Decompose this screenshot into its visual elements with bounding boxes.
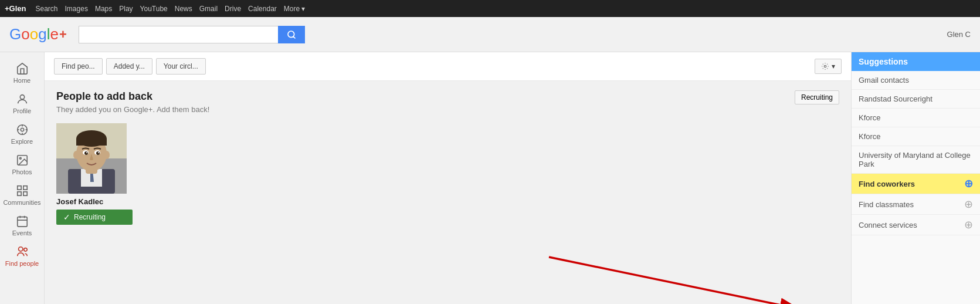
svg-point-0 bbox=[20, 95, 24, 99]
suggestion-randstad[interactable]: Randstad Sourceright bbox=[852, 90, 980, 109]
svg-rect-11 bbox=[17, 192, 21, 195]
person-avatar bbox=[56, 123, 127, 194]
sidebar-item-photos[interactable]: Photos bbox=[2, 148, 43, 178]
suggestions-header: Suggestions bbox=[852, 52, 980, 71]
sidebar-home-label: Home bbox=[13, 77, 30, 84]
header: Google+ Glen C bbox=[0, 17, 980, 52]
nav-search[interactable]: Search bbox=[36, 5, 58, 13]
connect-services-plus-icon: ⊕ bbox=[964, 219, 973, 230]
suggestion-university[interactable]: University of Maryland at College Park bbox=[852, 146, 980, 174]
svg-point-30 bbox=[73, 151, 79, 159]
search-input[interactable] bbox=[79, 26, 278, 43]
sidebar-photos-label: Photos bbox=[12, 168, 32, 175]
nav-news[interactable]: News bbox=[175, 5, 192, 13]
checkmark-icon: ✓ bbox=[63, 212, 70, 222]
suggestion-find-classmates-label: Find classmates bbox=[859, 200, 914, 209]
suggestion-kforce-2[interactable]: Kforce bbox=[852, 127, 980, 146]
find-people-icon bbox=[15, 245, 29, 259]
sidebar-item-events[interactable]: Events bbox=[2, 210, 43, 239]
svg-point-37 bbox=[98, 152, 99, 153]
suggestion-kforce-1[interactable]: Kforce bbox=[852, 109, 980, 127]
suggestion-gmail-contacts[interactable]: Gmail contacts bbox=[852, 71, 980, 90]
svg-point-17 bbox=[18, 247, 22, 251]
right-sidebar: Suggestions Gmail contacts Randstad Sour… bbox=[851, 52, 980, 304]
suggestion-randstad-label: Randstad Sourceright bbox=[859, 94, 932, 103]
home-icon bbox=[15, 62, 29, 76]
sidebar: Home Profile Explore Photos Communities bbox=[0, 52, 45, 304]
add-person-button[interactable]: ✓ Recruiting bbox=[56, 210, 133, 225]
search-icon bbox=[287, 30, 296, 39]
suggestion-find-classmates[interactable]: Find classmates ⊕ bbox=[852, 194, 980, 215]
gear-button[interactable]: ▾ bbox=[815, 59, 842, 74]
nav-play[interactable]: Play bbox=[119, 5, 133, 13]
sidebar-profile-label: Profile bbox=[13, 107, 31, 114]
sidebar-communities-label: Communities bbox=[3, 199, 40, 206]
nav-gmail[interactable]: Gmail bbox=[199, 5, 218, 13]
tab-added-you[interactable]: Added y... bbox=[106, 58, 152, 75]
nav-maps[interactable]: Maps bbox=[95, 5, 112, 13]
person-name: Josef Kadlec bbox=[56, 197, 133, 206]
add-button-label: Recruiting bbox=[74, 213, 106, 221]
explore-icon bbox=[15, 123, 29, 137]
svg-line-39 bbox=[549, 257, 798, 304]
svg-rect-9 bbox=[17, 186, 21, 190]
tab-find-people[interactable]: Find peo... bbox=[54, 58, 103, 75]
svg-point-36 bbox=[86, 152, 87, 153]
search-bar bbox=[79, 26, 372, 43]
header-user: Glen C bbox=[947, 30, 971, 39]
communities-icon bbox=[15, 184, 29, 198]
suggestion-find-coworkers[interactable]: Find coworkers ⊕ bbox=[852, 174, 980, 194]
person-card: Josef Kadlec ✓ Recruiting bbox=[56, 123, 133, 225]
sidebar-find-people-label: Find people bbox=[5, 260, 39, 267]
events-icon bbox=[15, 214, 29, 228]
suggestion-find-coworkers-label: Find coworkers bbox=[859, 180, 915, 188]
svg-point-2 bbox=[21, 128, 24, 131]
main-layout: Home Profile Explore Photos Communities bbox=[0, 52, 980, 304]
nav-drive[interactable]: Drive bbox=[225, 5, 241, 13]
tab-your-circles[interactable]: Your circl... bbox=[156, 58, 206, 75]
google-plus-logo[interactable]: Google+ bbox=[9, 25, 67, 43]
profile-icon bbox=[15, 92, 29, 106]
suggestion-kforce1-label: Kforce bbox=[859, 113, 881, 122]
sidebar-item-find-people[interactable]: Find people bbox=[2, 240, 43, 269]
add-back-subtitle: They added you on Google+. Add them back… bbox=[56, 105, 839, 114]
suggestion-kforce2-label: Kforce bbox=[859, 132, 881, 141]
nav-images[interactable]: Images bbox=[65, 5, 88, 13]
svg-point-18 bbox=[23, 248, 27, 252]
search-button[interactable] bbox=[278, 26, 305, 43]
add-back-title: People to add back bbox=[56, 90, 839, 103]
person-photo bbox=[56, 123, 127, 194]
sidebar-item-explore[interactable]: Explore bbox=[2, 118, 43, 147]
sidebar-events-label: Events bbox=[12, 229, 32, 237]
suggestion-connect-services[interactable]: Connect services ⊕ bbox=[852, 215, 980, 235]
photos-icon bbox=[15, 153, 29, 167]
svg-rect-10 bbox=[23, 186, 26, 190]
nav-calendar[interactable]: Calendar bbox=[248, 5, 277, 13]
main-content: Recruiting People to add back They added… bbox=[45, 81, 851, 304]
nav-youtube[interactable]: YouTube bbox=[140, 5, 168, 13]
find-coworkers-plus-icon: ⊕ bbox=[964, 178, 973, 189]
svg-rect-12 bbox=[23, 192, 26, 195]
svg-point-19 bbox=[824, 65, 826, 67]
suggestion-connect-services-label: Connect services bbox=[859, 221, 917, 229]
gear-icon bbox=[821, 62, 829, 70]
add-back-section: Recruiting People to add back They added… bbox=[45, 81, 851, 234]
plus-glen-link[interactable]: +Glen bbox=[5, 4, 26, 13]
nav-more[interactable]: More ▾ bbox=[284, 5, 306, 13]
sidebar-item-profile[interactable]: Profile bbox=[2, 87, 43, 117]
content-wrapper: Find peo... Added y... Your circl... ▾ R… bbox=[45, 52, 851, 304]
recruiting-filter-button[interactable]: Recruiting bbox=[795, 90, 839, 104]
top-navigation-bar: +Glen Search Images Maps Play YouTube Ne… bbox=[0, 0, 980, 17]
svg-point-8 bbox=[19, 157, 21, 159]
svg-point-31 bbox=[104, 151, 110, 159]
svg-point-34 bbox=[84, 151, 88, 155]
suggestion-university-label: University of Maryland at College Park bbox=[859, 151, 973, 168]
sidebar-explore-label: Explore bbox=[11, 138, 33, 145]
svg-rect-29 bbox=[76, 139, 107, 146]
svg-rect-13 bbox=[17, 217, 27, 227]
tabs-row: Find peo... Added y... Your circl... ▾ bbox=[45, 52, 851, 81]
suggestion-gmail-label: Gmail contacts bbox=[859, 76, 909, 85]
sidebar-item-communities[interactable]: Communities bbox=[2, 179, 43, 208]
sidebar-item-home[interactable]: Home bbox=[2, 57, 43, 86]
find-classmates-plus-icon: ⊕ bbox=[964, 199, 973, 210]
